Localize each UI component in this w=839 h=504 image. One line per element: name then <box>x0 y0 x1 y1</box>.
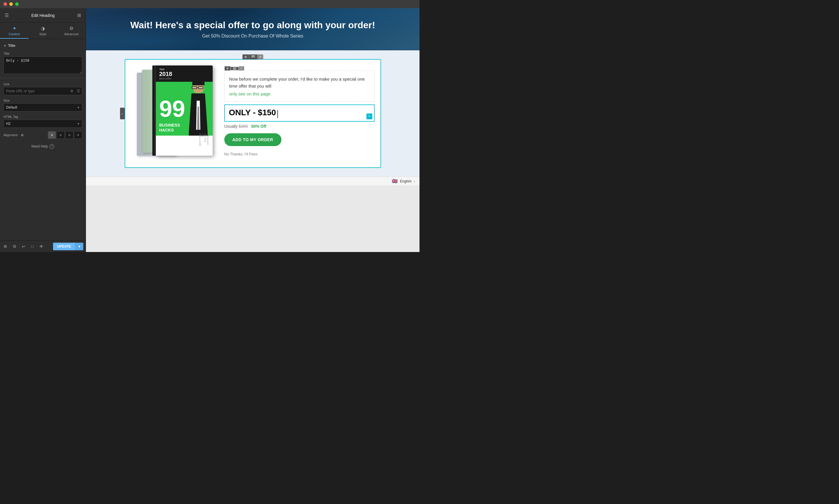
right-content: Wait! Here's a special offer to go along… <box>86 8 420 252</box>
need-help-text: Need Help <box>32 144 48 148</box>
size-select[interactable]: Default Small Medium Large <box>3 103 82 111</box>
section-arrow-icon: ▼ <box>3 44 6 48</box>
html-tag-field-row: HTML Tag H1 H2 H3 H4 div span p ▼ <box>0 113 86 129</box>
alignment-buttons: ≡ ≡ ≡ ≡ <box>48 131 82 139</box>
book-spine-text: WRITTEN BY KEVIN ORTEGA <box>199 133 209 146</box>
size-label: Size <box>3 98 82 102</box>
price-heading-box: ONLY - $150 ✎ <box>224 105 375 122</box>
usually-text: Usually $300 50% Off <box>224 124 375 129</box>
heading-move-dots <box>233 68 236 70</box>
alignment-label-text: Alignment <box>3 133 18 137</box>
row-handle-group: ⊞ ✕ <box>242 54 263 59</box>
link-input[interactable] <box>4 87 68 95</box>
panel-content: ▼ Title Title Only - $150 Link ⚙ ☰ <box>0 39 86 240</box>
intro-link[interactable]: only see on this page <box>229 91 271 96</box>
hamburger-icon[interactable]: ☰ <box>5 13 9 18</box>
book-stack: Year 2018 Best seller 99 BUSINESS HA <box>137 66 213 162</box>
row-move-handle[interactable] <box>249 54 257 59</box>
link-input-wrapper: ⚙ ☰ <box>3 87 82 95</box>
heading-handle-group: ⊞ ✕ <box>225 66 244 70</box>
panel-header: ☰ Edit Heading ⊞ <box>0 8 86 23</box>
move-dots <box>252 55 255 57</box>
title-input[interactable]: Only - $150 <box>3 56 82 74</box>
left-resize-handle[interactable]: ↔ <box>120 108 125 119</box>
app-body: ☰ Edit Heading ⊞ ✦ Content ◑ Style ⚙ Adv… <box>0 8 420 252</box>
book-year-value: 2018 <box>159 71 209 77</box>
settings-icon[interactable]: ⚙ <box>2 243 8 250</box>
row-close-button[interactable]: ✕ <box>257 54 263 59</box>
bottom-status-bar: 🇬🇧 English › <box>86 177 420 185</box>
style-icon: ◑ <box>41 25 45 31</box>
title-label: Title <box>3 52 82 55</box>
tab-advanced[interactable]: ⚙ Advanced <box>57 23 86 39</box>
book-spine <box>152 66 156 156</box>
page-header-section: Wait! Here's a special offer to go along… <box>86 8 420 50</box>
update-arrow-button[interactable]: ▼ <box>75 243 83 250</box>
heading-move-handle[interactable] <box>231 67 239 70</box>
panel-tabs: ✦ Content ◑ Style ⚙ Advanced <box>0 23 86 39</box>
tab-content[interactable]: ✦ Content <box>0 23 29 39</box>
advanced-icon: ⚙ <box>69 25 73 31</box>
html-tag-select-wrapper: H1 H2 H3 H4 div span p ▼ <box>3 120 82 128</box>
align-justify-button[interactable]: ≡ <box>74 131 82 139</box>
book-year-label: Year <box>159 68 209 71</box>
link-field-row: Link ⚙ ☰ <box>0 80 86 97</box>
book-author: WRITTEN BY KEVIN ORTEGA <box>156 136 213 144</box>
title-field-row: Title Only - $150 <box>0 50 86 76</box>
section-title-header[interactable]: ▼ Title <box>0 42 86 50</box>
person-hair <box>192 79 205 85</box>
heading-close-button[interactable]: ✕ <box>239 66 244 70</box>
align-right-button[interactable]: ≡ <box>65 131 73 139</box>
intro-prefix: Now before we complete your order, I'd l… <box>229 76 365 88</box>
minimize-button[interactable] <box>9 2 13 6</box>
add-to-order-button[interactable]: ADD TO MY ORDER <box>224 133 281 146</box>
tab-style[interactable]: ◑ Style <box>29 23 57 39</box>
left-panel: ☰ Edit Heading ⊞ ✦ Content ◑ Style ⚙ Adv… <box>0 8 86 252</box>
cursor-bar <box>277 110 278 118</box>
person-glasses <box>192 86 205 89</box>
layers-icon[interactable]: ⧉ <box>12 243 17 250</box>
language-arrow-icon[interactable]: › <box>414 180 415 183</box>
link-settings-icon[interactable]: ⚙ <box>68 88 75 94</box>
align-left-button[interactable]: ≡ <box>48 131 56 139</box>
tab-style-label: Style <box>39 32 46 36</box>
update-button[interactable]: UPDATE <box>53 243 75 250</box>
align-center-button[interactable]: ≡ <box>56 131 65 139</box>
close-button[interactable] <box>3 2 7 6</box>
page-body-section: ⊞ ✕ ↔ <box>86 50 420 177</box>
responsive-icon[interactable]: □ <box>30 243 35 250</box>
row-table-icon[interactable]: ⊞ <box>242 54 249 59</box>
intro-content-box: ⊞ ✕ Now before we comple <box>224 71 375 102</box>
need-help-section[interactable]: Need Help ? <box>0 141 86 152</box>
widget-inner: ↔ <box>125 60 380 167</box>
page-main-title: Wait! Here's a special offer to go along… <box>92 20 414 31</box>
preview-icon[interactable]: 👁 <box>38 243 45 250</box>
language-text: English <box>400 179 411 183</box>
intro-text: Now before we complete your order, I'd l… <box>229 76 370 90</box>
book-container: Year 2018 Best seller 99 BUSINESS HA <box>131 66 219 162</box>
link-label: Link <box>3 82 82 86</box>
section-title-label: Title <box>8 44 15 48</box>
history-icon[interactable]: ↩ <box>21 243 27 250</box>
heading-table-icon-btn[interactable]: ⊞ <box>225 66 230 70</box>
tab-advanced-label: Advanced <box>64 32 79 36</box>
panel-title: Edit Heading <box>31 13 54 18</box>
book-front: Year 2018 Best seller 99 BUSINESS HA <box>156 66 213 156</box>
alignment-monitor-icon: 🖥 <box>20 133 23 137</box>
link-list-icon[interactable]: ☰ <box>75 88 82 94</box>
help-icon: ? <box>50 144 54 149</box>
no-thanks-text[interactable]: No Thanks, I'll Pass <box>224 152 375 156</box>
book-green-area: 99 BUSINESS HACKS <box>156 82 213 136</box>
html-tag-select[interactable]: H1 H2 H3 H4 div span p <box>3 120 82 128</box>
alignment-label: Alignment 🖥 <box>3 133 46 137</box>
maximize-button[interactable] <box>15 2 19 6</box>
strike-price: $300 <box>239 124 247 129</box>
bottom-toolbar: ⚙ ⧉ ↩ □ 👁 UPDATE ▼ <box>0 240 86 252</box>
alignment-row: Alignment 🖥 ≡ ≡ ≡ ≡ <box>0 129 86 141</box>
price-edit-icon[interactable]: ✎ <box>366 113 372 119</box>
book-title: BUSINESS HACKS <box>159 123 180 133</box>
flag-icon: 🇬🇧 <box>392 178 398 184</box>
book-number: 99 <box>159 97 185 121</box>
grid-icon[interactable]: ⊞ <box>77 13 81 18</box>
page-sub-title: Get 50% Discount On Purchase Of Whole Se… <box>92 34 414 39</box>
